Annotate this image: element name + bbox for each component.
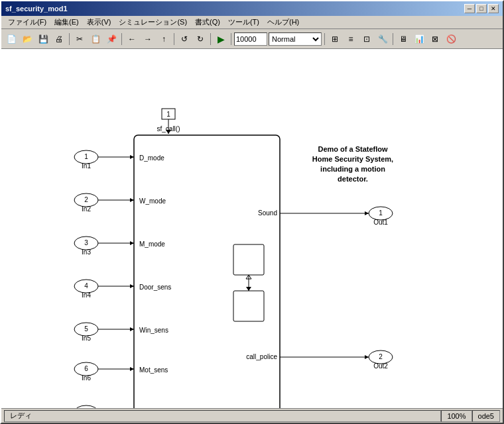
tb-icon-7[interactable]: ⊠ bbox=[428, 32, 442, 46]
status-zoom: 100% bbox=[441, 410, 472, 422]
separator-2 bbox=[121, 33, 122, 45]
svg-text:Out2: Out2 bbox=[373, 362, 388, 370]
main-window: sf_security_mod1 ─ □ ✕ ファイル(F) 編集(E) 表示(… bbox=[0, 0, 504, 424]
svg-marker-57 bbox=[365, 355, 369, 359]
play-button[interactable]: ▶ bbox=[214, 32, 228, 46]
status-ready: レディ bbox=[4, 410, 441, 422]
separator-4 bbox=[210, 33, 211, 45]
tb-icon-8[interactable]: 🚫 bbox=[444, 32, 458, 46]
menu-simulation[interactable]: シミュレーション(S) bbox=[115, 17, 191, 28]
svg-text:In2: In2 bbox=[82, 205, 91, 213]
svg-text:Out1: Out1 bbox=[373, 219, 388, 226]
redo2-button[interactable]: ↻ bbox=[193, 32, 208, 46]
svg-text:including a motion: including a motion bbox=[320, 165, 385, 173]
menu-help[interactable]: ヘルプ(H) bbox=[263, 17, 303, 28]
svg-text:In6: In6 bbox=[82, 374, 91, 382]
separator-7 bbox=[393, 33, 393, 45]
svg-marker-38 bbox=[130, 327, 134, 331]
svg-text:M_mode: M_mode bbox=[139, 240, 165, 248]
cut-button[interactable]: ✂ bbox=[72, 32, 87, 46]
svg-text:detector.: detector. bbox=[338, 175, 368, 183]
svg-rect-62 bbox=[233, 291, 264, 321]
svg-text:5: 5 bbox=[84, 325, 88, 333]
tb-icon-2[interactable]: ≡ bbox=[344, 32, 358, 46]
svg-text:6: 6 bbox=[84, 365, 88, 372]
statusbar: レディ 100% ode5 bbox=[1, 408, 503, 423]
menu-file[interactable]: ファイル(F) bbox=[4, 17, 50, 28]
svg-marker-33 bbox=[130, 284, 134, 288]
diagram-svg: 1 sf_call() Security System D_mode W_mod… bbox=[1, 49, 503, 408]
separator-1 bbox=[69, 33, 70, 45]
svg-marker-23 bbox=[130, 198, 134, 202]
svg-rect-61 bbox=[233, 244, 264, 275]
separator-6 bbox=[324, 33, 325, 45]
sim-time-input[interactable] bbox=[234, 32, 267, 46]
svg-text:In5: In5 bbox=[82, 335, 91, 342]
undo-button[interactable]: ← bbox=[125, 32, 139, 46]
svg-text:In4: In4 bbox=[82, 292, 91, 299]
svg-text:Mot_sens: Mot_sens bbox=[139, 366, 168, 374]
svg-text:2: 2 bbox=[84, 196, 88, 203]
svg-text:W_mode: W_mode bbox=[139, 197, 166, 205]
toolbar: 📄 📂 💾 🖨 ✂ 📋 📌 ← → ↑ ↺ ↻ ▶ Normal Acceler… bbox=[1, 29, 503, 49]
tb-icon-4[interactable]: 🔧 bbox=[375, 32, 390, 46]
close-button[interactable]: ✕ bbox=[488, 4, 499, 13]
svg-text:4: 4 bbox=[84, 282, 88, 290]
svg-text:sf_call(): sf_call() bbox=[157, 125, 180, 132]
menu-edit[interactable]: 編集(E) bbox=[50, 17, 83, 28]
svg-text:call_police: call_police bbox=[246, 353, 277, 360]
svg-marker-43 bbox=[130, 367, 134, 371]
title-controls: ─ □ ✕ bbox=[464, 4, 499, 13]
svg-text:1: 1 bbox=[84, 153, 88, 160]
svg-text:Win_sens: Win_sens bbox=[139, 327, 168, 334]
redo-button[interactable]: → bbox=[141, 32, 155, 46]
svg-text:1: 1 bbox=[379, 209, 383, 217]
svg-text:2: 2 bbox=[379, 353, 383, 360]
up-button[interactable]: ↑ bbox=[157, 32, 171, 46]
new-button[interactable]: 📄 bbox=[4, 32, 19, 46]
undo2-button[interactable]: ↺ bbox=[177, 32, 192, 46]
minimize-button[interactable]: ─ bbox=[464, 4, 475, 13]
svg-text:Home Security System,: Home Security System, bbox=[312, 155, 393, 163]
window-title: sf_security_mod1 bbox=[5, 5, 68, 13]
svg-text:Sound: Sound bbox=[258, 209, 277, 217]
svg-marker-51 bbox=[365, 211, 369, 215]
menubar: ファイル(F) 編集(E) 表示(V) シミュレーション(S) 書式(Q) ツー… bbox=[1, 16, 503, 29]
tb-icon-5[interactable]: 🖥 bbox=[396, 32, 410, 46]
title-bar: sf_security_mod1 ─ □ ✕ bbox=[1, 1, 503, 16]
paste-button[interactable]: 📌 bbox=[104, 32, 119, 46]
tb-icon-3[interactable]: ⊡ bbox=[359, 32, 374, 46]
tb-icon-6[interactable]: 📊 bbox=[412, 32, 426, 46]
copy-button[interactable]: 📋 bbox=[88, 32, 103, 46]
status-solver: ode5 bbox=[472, 410, 500, 422]
menu-view[interactable]: 表示(V) bbox=[83, 17, 115, 28]
svg-text:3: 3 bbox=[84, 239, 88, 246]
svg-marker-18 bbox=[130, 155, 134, 159]
separator-3 bbox=[174, 33, 174, 45]
svg-text:In1: In1 bbox=[82, 162, 91, 170]
menu-tools[interactable]: ツール(T) bbox=[224, 17, 263, 28]
svg-text:Demo of a Stateflow: Demo of a Stateflow bbox=[318, 145, 388, 153]
open-button[interactable]: 📂 bbox=[20, 32, 34, 46]
svg-text:Door_sens: Door_sens bbox=[139, 284, 171, 291]
svg-marker-28 bbox=[130, 241, 134, 245]
svg-text:1: 1 bbox=[166, 111, 170, 118]
print-button[interactable]: 🖨 bbox=[52, 32, 66, 46]
svg-text:D_mode: D_mode bbox=[139, 154, 164, 162]
sim-mode-select[interactable]: Normal Accelerator bbox=[269, 32, 322, 46]
svg-text:In3: In3 bbox=[82, 248, 91, 256]
maximize-button[interactable]: □ bbox=[476, 4, 487, 13]
menu-format[interactable]: 書式(Q) bbox=[191, 17, 224, 28]
separator-5 bbox=[231, 33, 231, 45]
tb-icon-1[interactable]: ⊞ bbox=[328, 32, 342, 46]
save-button[interactable]: 💾 bbox=[36, 32, 50, 46]
canvas[interactable]: 1 sf_call() Security System D_mode W_mod… bbox=[1, 49, 503, 408]
